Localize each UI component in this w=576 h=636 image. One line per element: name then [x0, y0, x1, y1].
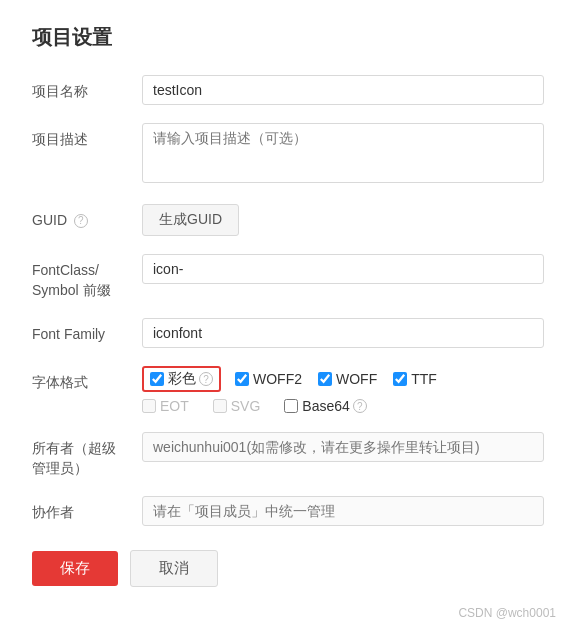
- save-button[interactable]: 保存: [32, 551, 118, 586]
- fontclass-input[interactable]: [142, 254, 544, 284]
- checkbox-ttf[interactable]: TTF: [393, 371, 437, 387]
- checkbox-base64[interactable]: Base64 ?: [284, 398, 366, 414]
- guid-info-icon: ?: [74, 214, 88, 228]
- guid-row: GUID ? 生成GUID: [32, 204, 544, 236]
- fontstyle-content: 彩色 ? WOFF2 WOFF TTF EOT: [142, 366, 544, 414]
- owner-row: 所有者（超级管理员）: [32, 432, 544, 478]
- checkbox-woff[interactable]: WOFF: [318, 371, 377, 387]
- checkbox-svg[interactable]: SVG: [213, 398, 261, 414]
- button-row: 保存 取消: [32, 550, 544, 587]
- fontfamily-label: Font Family: [32, 318, 142, 345]
- checkbox-eot-label: EOT: [160, 398, 189, 414]
- watermark: CSDN @wch0001: [458, 606, 556, 620]
- base64-info-icon: ?: [353, 399, 367, 413]
- fontstyle-row: 字体格式 彩色 ? WOFF2 WOFF TTF: [32, 366, 544, 414]
- project-name-row: 项目名称: [32, 75, 544, 105]
- guid-label: GUID ?: [32, 204, 142, 231]
- checkbox-svg-input: [213, 399, 227, 413]
- page-title: 项目设置: [32, 24, 544, 51]
- owner-input[interactable]: [142, 432, 544, 462]
- project-desc-label: 项目描述: [32, 123, 142, 150]
- fontfamily-content: [142, 318, 544, 348]
- collaborator-content: [142, 496, 544, 526]
- checkbox-svg-label: SVG: [231, 398, 261, 414]
- project-name-input[interactable]: [142, 75, 544, 105]
- project-desc-row: 项目描述: [32, 123, 544, 186]
- project-name-label: 项目名称: [32, 75, 142, 102]
- checkbox-eot-input: [142, 399, 156, 413]
- collaborator-label: 协作者: [32, 496, 142, 523]
- checkbox-woff-label: WOFF: [336, 371, 377, 387]
- project-name-content: [142, 75, 544, 105]
- fontclass-content: [142, 254, 544, 284]
- fontclass-label: FontClass/Symbol 前缀: [32, 254, 142, 300]
- checkbox-ttf-label: TTF: [411, 371, 437, 387]
- collaborator-input[interactable]: [142, 496, 544, 526]
- checkbox-woff2-input[interactable]: [235, 372, 249, 386]
- fontstyle-label: 字体格式: [32, 366, 142, 393]
- checkbox-woff-input[interactable]: [318, 372, 332, 386]
- checkbox-color-label: 彩色: [168, 370, 196, 388]
- collaborator-row: 协作者: [32, 496, 544, 526]
- project-desc-textarea[interactable]: [142, 123, 544, 183]
- fontclass-row: FontClass/Symbol 前缀: [32, 254, 544, 300]
- checkbox-base64-label: Base64: [302, 398, 349, 414]
- checkbox-color-input[interactable]: [150, 372, 164, 386]
- owner-label: 所有者（超级管理员）: [32, 432, 142, 478]
- fontfamily-row: Font Family: [32, 318, 544, 348]
- project-desc-content: [142, 123, 544, 186]
- cancel-button[interactable]: 取消: [130, 550, 218, 587]
- checkbox-base64-input[interactable]: [284, 399, 298, 413]
- generate-guid-button[interactable]: 生成GUID: [142, 204, 239, 236]
- checkbox-woff2-label: WOFF2: [253, 371, 302, 387]
- owner-content: [142, 432, 544, 462]
- checkbox-eot[interactable]: EOT: [142, 398, 189, 414]
- checkbox-woff2[interactable]: WOFF2: [235, 371, 302, 387]
- checkbox-ttf-input[interactable]: [393, 372, 407, 386]
- checkbox-color[interactable]: 彩色 ?: [142, 366, 221, 392]
- guid-content: 生成GUID: [142, 204, 544, 236]
- color-info-icon: ?: [199, 372, 213, 386]
- fontfamily-input[interactable]: [142, 318, 544, 348]
